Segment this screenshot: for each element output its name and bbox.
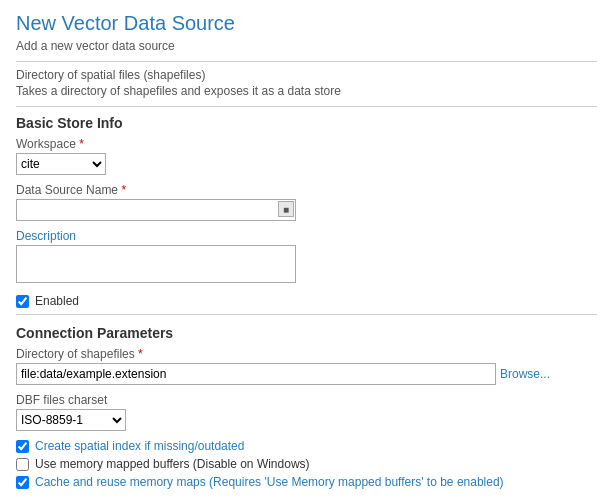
directory-label: Directory of shapefiles * (16, 347, 597, 361)
copy-icon[interactable]: ■ (278, 201, 294, 217)
dbf-charset-select[interactable]: ISO-8859-1 (16, 409, 126, 431)
create-spatial-index-row: Create spatial index if missing/outdated (16, 439, 597, 453)
use-memory-mapped-label[interactable]: Use memory mapped buffers (Disable on Wi… (35, 457, 310, 471)
cache-memory-maps-checkbox[interactable] (16, 476, 29, 489)
divider-3 (16, 314, 597, 315)
directory-input[interactable] (16, 363, 496, 385)
cache-memory-maps-label[interactable]: Cache and reuse memory maps (Requires 'U… (35, 475, 504, 489)
workspace-label: Workspace * (16, 137, 597, 151)
store-type-desc: Takes a directory of shapefiles and expo… (16, 84, 597, 98)
create-spatial-index-label[interactable]: Create spatial index if missing/outdated (35, 439, 244, 453)
page-subtitle: Add a new vector data source (16, 39, 597, 53)
dbf-charset-field: DBF files charset ISO-8859-1 (16, 393, 597, 431)
datasource-name-label: Data Source Name * (16, 183, 597, 197)
use-memory-mapped-row: Use memory mapped buffers (Disable on Wi… (16, 457, 597, 471)
directory-field: Directory of shapefiles * Browse... (16, 347, 597, 385)
datasource-name-wrapper: ■ (16, 199, 296, 221)
enabled-row: Enabled (16, 294, 597, 308)
browse-button[interactable]: Browse... (500, 367, 550, 381)
divider-2 (16, 106, 597, 107)
create-spatial-index-checkbox[interactable] (16, 440, 29, 453)
basic-store-info-title: Basic Store Info (16, 115, 597, 131)
datasource-name-input[interactable] (16, 199, 296, 221)
description-field: Description (16, 229, 597, 286)
workspace-select[interactable]: cite (16, 153, 106, 175)
use-memory-mapped-checkbox[interactable] (16, 458, 29, 471)
workspace-field: Workspace * cite (16, 137, 597, 175)
directory-row: Browse... (16, 363, 597, 385)
divider-1 (16, 61, 597, 62)
description-input[interactable] (16, 245, 296, 283)
enabled-checkbox[interactable] (16, 295, 29, 308)
datasource-name-field: Data Source Name * ■ (16, 183, 597, 221)
connection-params-title: Connection Parameters (16, 325, 597, 341)
store-type-label: Directory of spatial files (shapefiles) (16, 68, 597, 82)
dbf-charset-label: DBF files charset (16, 393, 597, 407)
description-label: Description (16, 229, 597, 243)
enabled-label[interactable]: Enabled (35, 294, 79, 308)
description-link[interactable]: Description (16, 229, 76, 243)
page-title: New Vector Data Source (16, 12, 597, 35)
cache-memory-maps-row: Cache and reuse memory maps (Requires 'U… (16, 475, 597, 489)
